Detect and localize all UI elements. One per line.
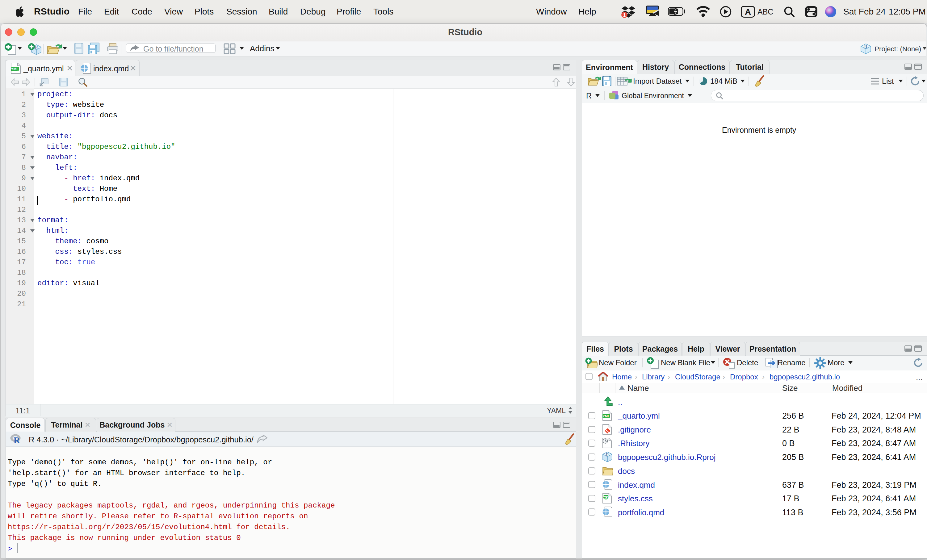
svg-text:R: R	[35, 45, 38, 50]
svg-text:R: R	[864, 44, 868, 50]
svg-text:CSS: CSS	[603, 496, 609, 499]
svg-text:R: R	[606, 452, 609, 457]
svg-text:A: A	[745, 7, 751, 17]
svg-text:YML: YML	[602, 414, 610, 418]
svg-text:R: R	[14, 435, 20, 444]
svg-text:YML: YML	[11, 67, 18, 71]
svg-text:1: 1	[623, 13, 626, 18]
